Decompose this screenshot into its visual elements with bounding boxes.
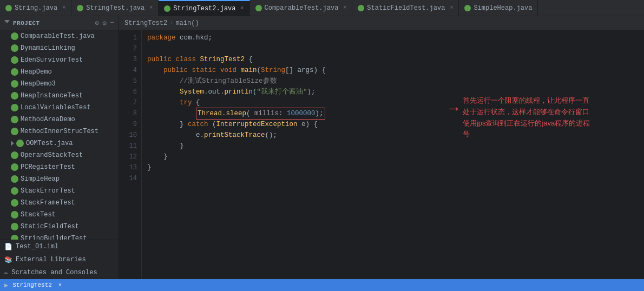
sidebar-minimize-icon[interactable]: −	[110, 19, 114, 28]
sidebar-item-stringbuilder[interactable]: StringBuilderTest	[0, 233, 119, 240]
sidebar-footer: 📄 Test_01.iml 📚 External Libraries ✏ Scr…	[0, 240, 119, 279]
tab-close-stringtest-java[interactable]: ×	[149, 5, 153, 11]
breadcrumb: StringTest2 › main()	[119, 16, 644, 30]
code-line-13: }	[142, 162, 644, 173]
sidebar-item-operandstack[interactable]: OperandStackTest	[0, 149, 119, 161]
tab-stringtest2-java[interactable]: StringTest2.java ×	[159, 0, 249, 16]
tab-bar: String.java × StringTest.java × StringTe…	[0, 0, 644, 16]
sidebar-tree: ComparableTest.java DynamicLinking EdenS…	[0, 30, 119, 240]
tab-icon-stringtest-java	[77, 5, 83, 11]
file-icon-heapinstance	[11, 92, 18, 100]
tab-staticfield-java[interactable]: StaticFieldTest.java ×	[352, 0, 459, 16]
file-icon-oomtest	[16, 140, 24, 147]
line-num-14: 14	[119, 173, 137, 184]
tab-close-comparabletest-java[interactable]: ×	[343, 5, 346, 11]
line-num-12: 12	[119, 151, 137, 162]
code-line-2	[142, 43, 644, 54]
run-status-icon: ▶	[4, 281, 8, 289]
file-icon-methodarea	[11, 116, 18, 123]
code-content[interactable]: package com.hkd; public class StringTest…	[142, 30, 644, 279]
breadcrumb-class: StringTest2	[124, 19, 167, 27]
status-run-label: StringTest2	[12, 282, 52, 288]
breadcrumb-separator: ›	[169, 19, 173, 27]
sidebar-item-external-libraries[interactable]: 📚 External Libraries	[0, 253, 119, 266]
library-icon: 📚	[4, 256, 12, 264]
code-line-4: public static void main(String[] args) {	[142, 65, 644, 76]
tab-string-java[interactable]: String.java ×	[0, 0, 71, 16]
code-line-11: }	[142, 141, 644, 151]
tab-icon-staticfield-java	[358, 5, 364, 11]
sidebar: Project ⊕ ⚙ − ComparableTest.java Dynami…	[0, 16, 119, 279]
code-line-14	[142, 173, 644, 184]
scratches-label: Scratches and Consoles	[11, 269, 97, 276]
code-container: 1 2 ▶ 3 ▶ 4 5 6 ○ 7 8 ○ 9	[119, 30, 644, 279]
tab-comparabletest-java[interactable]: ComparableTest.java ×	[250, 0, 353, 16]
line-num-6: 6	[119, 87, 137, 97]
tab-label-staticfield-java: StaticFieldTest.java	[367, 4, 445, 12]
annotation-container: → 首先运行一个阻塞的线程，让此程序一直 处于运行状态，这样才能够在命令行窗口 …	[449, 95, 633, 140]
status-bar: ▶ StringTest2 ×	[0, 279, 644, 291]
file-icon-operandstack	[11, 151, 18, 159]
tab-label-simpleheap-java: SimpleHeap.java	[474, 4, 532, 12]
code-line-3: public class StringTest2 {	[142, 54, 644, 65]
tab-label-string-java: String.java	[15, 4, 57, 12]
file-icon-stacktest	[11, 211, 18, 219]
sidebar-item-dynamiclinking[interactable]: DynamicLinking	[0, 42, 119, 54]
tab-close-staticfield-java[interactable]: ×	[450, 5, 453, 11]
line-num-8: 8	[119, 108, 137, 119]
sidebar-item-stackerror[interactable]: StackErrorTest	[0, 185, 119, 197]
code-line-1: package com.hkd;	[142, 32, 644, 43]
file-icon-staticfield	[11, 223, 18, 230]
tab-label-stringtest2-java: StringTest2.java	[173, 5, 235, 12]
sidebar-item-scratches[interactable]: ✏ Scratches and Consoles	[0, 266, 119, 279]
line-num-13: 13	[119, 162, 137, 173]
sidebar-header: Project ⊕ ⚙ −	[0, 16, 119, 30]
tab-icon-stringtest2-java	[164, 5, 170, 12]
tab-close-string-java[interactable]: ×	[62, 5, 65, 11]
sidebar-item-comparabletest[interactable]: ComparableTest.java	[0, 30, 119, 42]
sidebar-item-pcregister[interactable]: PCRegisterTest	[0, 161, 119, 173]
sidebar-item-methodarea[interactable]: MethodAreaDemo	[0, 114, 119, 125]
sidebar-item-heapdemo[interactable]: HeapDemo	[0, 66, 119, 78]
sidebar-icons: ⊕ ⚙ −	[95, 19, 114, 28]
line-num-10: 10	[119, 130, 137, 141]
file-icon-edensurvivor	[11, 56, 18, 64]
tab-close-stringtest2-java[interactable]: ×	[241, 5, 244, 11]
file-icon-stackframe	[11, 199, 18, 207]
line-num-9: ○ 9	[119, 119, 137, 130]
iml-icon: 📄	[4, 243, 12, 251]
sidebar-item-staticfield[interactable]: StaticFieldTest	[0, 221, 119, 233]
tab-simpleheap-java[interactable]: SimpleHeap.java	[459, 0, 538, 16]
annotation-arrow-icon: →	[449, 101, 458, 117]
file-icon-methodinner	[11, 128, 18, 135]
sidebar-locate-icon[interactable]: ⊕	[95, 19, 100, 28]
status-close-icon[interactable]: ×	[58, 282, 62, 288]
code-line-5: //测试StringTableSize参数	[142, 76, 644, 87]
file-icon-heapdemo	[11, 68, 18, 76]
sidebar-item-simpleheap[interactable]: SimpleHeap	[0, 173, 119, 185]
line-num-5: 5	[119, 76, 137, 87]
line-num-11: ○ 11	[119, 141, 137, 151]
sidebar-item-localvariables[interactable]: LocalVariablesTest	[0, 102, 119, 114]
scratches-icon: ✏	[4, 269, 8, 277]
sidebar-item-heapinstance[interactable]: HeapInstanceTest	[0, 90, 119, 102]
tab-stringtest-java[interactable]: StringTest.java ×	[71, 0, 159, 16]
editor-area: StringTest2 › main() 1 2 ▶ 3 ▶ 4 5 6 ○	[119, 16, 644, 279]
sidebar-item-stacktest[interactable]: StackTest	[0, 209, 119, 221]
sidebar-item-methodinner[interactable]: MethodInnerStrucTest	[0, 125, 119, 137]
line-num-3: ▶ 3	[119, 54, 137, 65]
sidebar-item-heapdemo3[interactable]: HeapDemo3	[0, 78, 119, 90]
file-icon-localvariables	[11, 104, 18, 111]
line-num-2: 2	[119, 43, 137, 54]
breadcrumb-method: main()	[175, 19, 199, 27]
code-line-12: }	[142, 151, 644, 162]
file-icon-heapdemo3	[11, 80, 18, 88]
sidebar-item-edensurvivor[interactable]: EdenSurvivorTest	[0, 54, 119, 66]
file-icon-stackerror	[11, 187, 18, 195]
sidebar-item-testiml[interactable]: 📄 Test_01.iml	[0, 240, 119, 253]
sidebar-item-oomtest[interactable]: OOMTest.java	[0, 137, 119, 149]
tab-icon-comparabletest-java	[255, 5, 262, 11]
sidebar-item-stackframe[interactable]: StackFrameTest	[0, 197, 119, 209]
sidebar-settings-icon[interactable]: ⚙	[102, 19, 107, 28]
project-expand-icon[interactable]	[4, 20, 10, 26]
